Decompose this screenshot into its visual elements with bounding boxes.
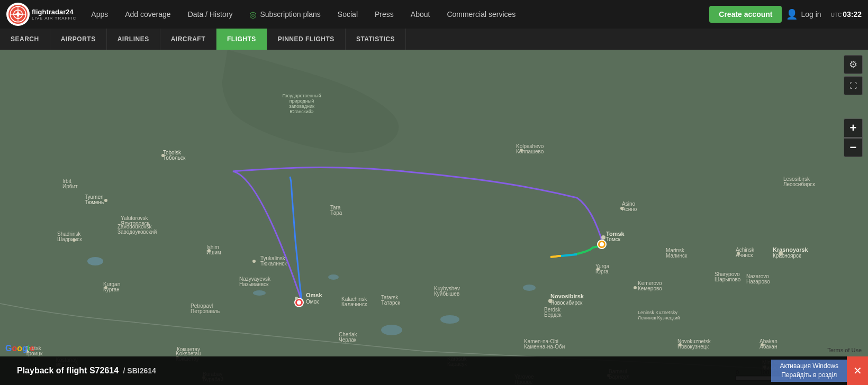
svg-point-121 — [596, 268, 600, 271]
svg-text:Каменна-на-Оби: Каменна-на-Оби — [524, 344, 565, 350]
close-bottom-button[interactable]: ✕ — [847, 356, 868, 385]
zoom-out-icon: − — [850, 141, 857, 154]
settings-button[interactable]: ⚙ — [844, 55, 863, 74]
svg-text:Асино: Асино — [622, 206, 637, 212]
svg-point-120 — [634, 286, 637, 289]
svg-point-122 — [679, 343, 682, 346]
svg-text:Omsk: Omsk — [306, 292, 322, 298]
sec-nav-pinned-flights[interactable]: PINNED FLIGHTS — [267, 29, 346, 50]
svg-point-110 — [104, 286, 107, 289]
svg-point-108 — [104, 199, 107, 202]
create-account-button[interactable]: Create account — [709, 6, 782, 23]
zoom-out-button[interactable]: − — [844, 138, 863, 157]
map-svg: Tobolsk Тобольск Tyumen Тюмень Omsk Омск… — [0, 50, 868, 385]
svg-point-107 — [161, 154, 165, 157]
svg-text:Ялуторовск: Ялуторовск — [121, 221, 149, 226]
zoom-in-button[interactable]: + — [844, 118, 863, 138]
svg-point-15 — [297, 300, 301, 305]
svg-text:Омск: Омск — [306, 299, 319, 305]
nav-add-coverage[interactable]: Add coverage — [116, 0, 179, 29]
playback-label: Playback of flight S72614 / SBI2614 — [8, 366, 156, 375]
flightradar24-logo — [6, 3, 30, 26]
svg-text:Шадринск: Шадринск — [57, 236, 82, 242]
svg-text:Татарск: Татарск — [381, 300, 401, 306]
svg-text:Заводоуковский: Заводоуковский — [117, 229, 157, 235]
zoom-in-icon: + — [850, 121, 857, 135]
logo-name: flightradar24 — [32, 8, 76, 16]
svg-text:природный: природный — [290, 98, 314, 104]
svg-text:Новосибирск: Новосибирск — [550, 300, 583, 306]
svg-text:Тюмень: Тюмень — [85, 199, 104, 205]
sec-nav-statistics[interactable]: STATISTICS — [346, 29, 406, 50]
svg-text:Государственный: Государственный — [283, 93, 321, 98]
svg-text:Назарово: Назарово — [746, 279, 770, 285]
svg-text:Кокшетау: Кокшетау — [177, 346, 200, 352]
svg-point-117 — [620, 207, 623, 210]
svg-text:Черлак: Черлак — [339, 337, 357, 343]
svg-point-114 — [548, 299, 553, 303]
map-controls-panel: ⚙ ⛶ — [844, 55, 863, 95]
svg-point-123 — [737, 252, 740, 255]
close-icon: ✕ — [853, 364, 862, 377]
logo-area[interactable]: flightradar24 LIVE AIR TRAFFIC — [0, 3, 83, 26]
svg-point-109 — [73, 239, 76, 242]
top-navigation: flightradar24 LIVE AIR TRAFFIC Apps Add … — [0, 0, 868, 29]
nav-apps[interactable]: Apps — [83, 0, 116, 29]
svg-point-118 — [779, 251, 783, 255]
svg-text:Лесосибирск: Лесосибирск — [783, 181, 815, 187]
svg-point-8 — [440, 315, 459, 324]
nav-data-history[interactable]: Data / History — [179, 0, 241, 29]
svg-text:Leninsk Kuznetsky: Leninsk Kuznetsky — [638, 310, 678, 315]
nav-right-area: Create account 👤 Log in UTC03:22 — [709, 6, 868, 23]
svg-point-116 — [520, 149, 523, 152]
svg-text:Ирбит: Ирбит — [62, 184, 78, 189]
svg-text:Кемерово: Кемерово — [638, 286, 662, 291]
svg-text:Тара: Тара — [330, 210, 342, 216]
svg-text:Красноярск: Красноярск — [773, 253, 801, 259]
svg-point-112 — [252, 260, 256, 263]
sec-nav-search[interactable]: SEARCH — [0, 29, 50, 50]
sec-nav-airlines[interactable]: AIRLINES — [107, 29, 160, 50]
svg-text:Бердск: Бердск — [544, 312, 562, 318]
svg-text:Новокузнецк: Новокузнецк — [677, 344, 709, 350]
svg-text:Петропавль: Петропавль — [191, 308, 220, 314]
svg-point-115 — [601, 235, 605, 240]
svg-point-13 — [600, 242, 604, 246]
sec-nav-aircraft[interactable]: AIRCRAFT — [160, 29, 216, 50]
nav-social[interactable]: Social — [329, 0, 366, 29]
secondary-navigation: SEARCH AIRPORTS AIRLINES AIRCRAFT FLIGHT… — [0, 29, 868, 50]
login-label: Log in — [801, 10, 821, 19]
svg-text:Тюкалинск: Тюкалинск — [260, 261, 287, 267]
fullscreen-icon: ⛶ — [849, 81, 857, 90]
svg-text:Называевск: Называевск — [239, 281, 269, 287]
svg-text:Novosibirsk: Novosibirsk — [550, 293, 584, 299]
svg-text:заповедник: заповедник — [289, 104, 314, 109]
nav-about[interactable]: About — [402, 0, 439, 29]
windows-activation-notice: Активация Windows Перайдіть в розділ — [771, 360, 847, 382]
svg-text:Калачинск: Калачинск — [341, 301, 367, 307]
sec-nav-airports[interactable]: AIRPORTS — [50, 29, 107, 50]
user-icon: 👤 — [786, 8, 798, 20]
svg-point-9 — [523, 285, 536, 291]
svg-text:Куйбышев: Куйбышев — [434, 291, 459, 297]
bottom-right-area: Активация Windows Перайдіть в розділ ✕ — [771, 356, 868, 385]
nav-commercial-services[interactable]: Commercial services — [438, 0, 524, 29]
google-logo: Google — [5, 344, 34, 353]
subscription-icon: ◎ — [249, 10, 257, 20]
svg-point-10 — [328, 274, 339, 280]
windows-activate-text: Активация Windows Перайдіть в розділ — [780, 362, 838, 380]
svg-point-6 — [87, 257, 103, 265]
fullscreen-button[interactable]: ⛶ — [844, 76, 863, 95]
svg-text:Юганский»: Юганский» — [290, 109, 314, 114]
svg-text:Шарыпово: Шарыпово — [715, 277, 741, 282]
svg-text:Тобольск: Тобольск — [163, 155, 186, 161]
nav-subscription-plans[interactable]: ◎ Subscription plans — [241, 0, 329, 29]
login-area[interactable]: 👤 Log in — [786, 8, 821, 20]
map-container[interactable]: Tobolsk Тобольск Tyumen Тюмень Omsk Омск… — [0, 50, 868, 385]
terms-of-use[interactable]: Terms of Use — [827, 347, 862, 353]
nav-press[interactable]: Press — [366, 0, 402, 29]
svg-point-11 — [253, 290, 266, 296]
svg-point-7 — [381, 325, 402, 335]
settings-icon: ⚙ — [849, 59, 857, 70]
sec-nav-flights[interactable]: FLIGHTS — [216, 29, 267, 50]
